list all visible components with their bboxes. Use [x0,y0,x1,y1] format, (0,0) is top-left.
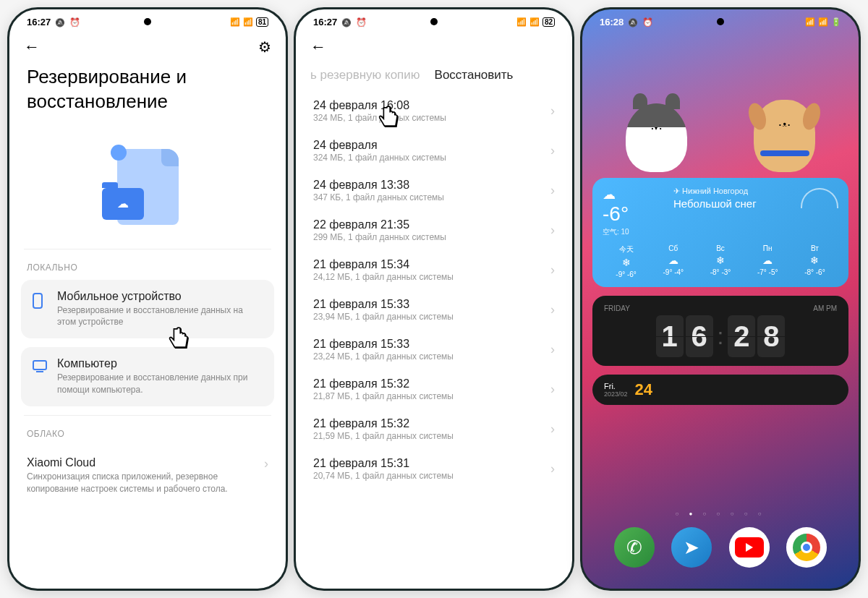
option-title: Xiaomi Cloud [27,456,264,469]
dog-widget[interactable]: • ᴥ • [738,56,832,172]
dock-youtube-app[interactable] [729,527,770,568]
page-indicator: ○ ● ○ ○ ○ ○ ○ [592,511,848,517]
option-title: Компьютер [57,357,263,370]
weather-condition: Небольшой снег [673,197,757,210]
backup-desc: 23,24 МБ, 1 файл данных системы [313,351,454,362]
backup-desc: 324 МБ, 1 файл данных системы [313,113,446,123]
chevron-right-icon: › [550,183,555,198]
backup-desc: 21,87 МБ, 1 файл данных системы [313,391,454,401]
backup-item[interactable]: 21 февраля 15:3424,12 МБ, 1 файл данных … [296,250,572,290]
section-local-label: ЛОКАЛЬНО [9,249,286,280]
settings-gear-icon[interactable]: ⚙ [258,38,271,56]
option-xiaomi-cloud[interactable]: Xiaomi Cloud Синхронизация списка прилож… [9,446,286,505]
dnd-icon [628,17,638,27]
dnd-icon [55,17,65,27]
dock: ✆ ➤ [592,521,848,578]
dock-telegram-app[interactable]: ➤ [671,527,712,568]
page-title: Резервирование и восстановление [9,62,286,126]
backup-title: 21 февраля 15:32 [313,417,454,430]
dock-chrome-app[interactable] [786,527,827,568]
clock-digit: 1 [656,315,684,357]
backup-item[interactable]: 21 февраля 15:3323,94 МБ, 1 файл данных … [296,290,572,330]
battery-icon: 🔋 [831,17,841,27]
cat-widget[interactable]: • ▾ • [610,56,704,172]
backup-desc: 24,12 МБ, 1 файл данных системы [313,272,454,282]
forecast-day: 今天❄-9° -6° [603,244,650,278]
sun-arc-icon [801,188,838,208]
backup-title: 24 февраля 13:38 [313,179,444,192]
chevron-right-icon: › [550,143,555,158]
wifi-icon: 📶 [243,17,253,27]
clock-widget[interactable]: FRIDAY AM PM 1 6 : 2 8 [592,296,848,366]
section-cloud-label: ОБЛАКО [9,416,286,446]
camera-notch [717,18,724,25]
backup-item[interactable]: 24 февраля 16:08324 МБ, 1 файл данных си… [296,91,572,131]
backup-title: 22 февраля 21:35 [313,218,446,231]
wifi-icon: 📶 [529,17,540,27]
backup-title: 24 февраля [313,139,446,152]
date-day: Fri. [604,382,628,390]
backup-desc: 299 МБ, 1 файл данных системы [313,232,446,242]
backup-desc: 21,59 МБ, 1 файл данных системы [313,431,454,441]
chevron-right-icon: › [550,342,555,357]
computer-icon [33,360,47,370]
clock-digit: 8 [757,315,785,357]
weather-location: ✈ Нижний Новгород [673,187,757,196]
backup-title: 21 февраля 15:32 [313,377,454,390]
back-button[interactable]: ← [310,38,326,56]
alarm-icon [69,17,80,27]
weather-temp: -6° [603,202,629,226]
battery-icon: 82 [542,17,555,27]
weather-aqi: 空气: 10 [603,227,629,237]
weather-forecast: 今天❄-9° -6°Сб☁-9° -4°Вс❄-8° -3°Пн☁-7° -5°… [603,244,838,278]
chevron-right-icon: › [264,456,268,471]
option-desc: Резервирование и восстановление данных н… [57,304,263,329]
backup-title: 24 февраля 16:08 [313,99,446,112]
option-title: Мобильное устройство [57,290,263,303]
tab-restore[interactable]: Восстановить [435,68,514,82]
backup-item[interactable]: 21 февраля 15:3221,59 МБ, 1 файл данных … [296,409,572,449]
date-widget[interactable]: Fri. 2023/02 24 [592,375,848,405]
date-number: 24 [635,380,652,399]
phone-backup-settings: 16:27 📶 📶 81 ← ⚙ Резервирование и восста… [7,7,288,591]
header: ← [296,32,572,62]
signal-icon: 📶 [805,17,815,27]
chevron-right-icon: › [550,103,555,119]
option-mobile-device[interactable]: Мобильное устройство Резервирование и во… [21,280,274,339]
clock-colon: : [718,323,724,350]
clock-digit: 6 [686,315,713,357]
backup-item[interactable]: 21 февраля 15:3221,87 МБ, 1 файл данных … [296,370,572,409]
backup-item[interactable]: 21 февраля 15:3120,74 МБ, 1 файл данных … [296,449,572,489]
tabs: ь резервную копию Восстановить [296,62,572,91]
alarm-icon [642,17,653,27]
backup-item[interactable]: 22 февраля 21:35299 МБ, 1 файл данных си… [296,210,572,250]
battery-icon: 81 [256,17,268,27]
back-button[interactable]: ← [24,38,40,56]
option-desc: Резервирование и восстановление данных п… [57,372,263,396]
backup-list: 24 февраля 16:08324 МБ, 1 файл данных си… [296,91,572,489]
weather-widget[interactable]: ☁ -6° 空气: 10 ✈ Нижний Новгород Небольшой… [592,178,848,287]
tab-create-backup[interactable]: ь резервную копию [310,68,420,82]
chevron-right-icon: › [550,302,555,317]
date-sub: 2023/02 [604,390,628,398]
clock-digit: 2 [728,315,755,357]
clock-ampm: AM PM [813,304,837,312]
option-computer[interactable]: Компьютер Резервирование и восстановлени… [21,347,274,406]
backup-desc: 347 КБ, 1 файл данных системы [313,192,444,202]
backup-desc: 324 МБ, 1 файл данных системы [313,153,446,163]
backup-desc: 20,74 МБ, 1 файл данных системы [313,471,454,481]
backup-illustration: ☁ [9,126,286,249]
backup-desc: 23,94 МБ, 1 файл данных системы [313,312,454,322]
option-desc: Синхронизация списка приложений, резервн… [27,471,264,495]
dock-phone-app[interactable]: ✆ [614,527,655,568]
backup-item[interactable]: 24 февраля 13:38347 КБ, 1 файл данных си… [296,171,572,210]
dnd-icon [341,17,352,27]
phone-restore-list: 16:27 📶 📶 82 ← ь резервную копию Восстан… [294,7,574,591]
forecast-day: Вс❄-8° -3° [697,244,744,278]
chevron-right-icon: › [550,422,555,437]
backup-title: 21 февраля 15:33 [313,298,454,311]
backup-item[interactable]: 21 февраля 15:3323,24 МБ, 1 файл данных … [296,330,572,370]
camera-notch [144,18,151,25]
header: ← ⚙ [9,32,286,62]
backup-item[interactable]: 24 февраля324 МБ, 1 файл данных системы› [296,131,572,171]
